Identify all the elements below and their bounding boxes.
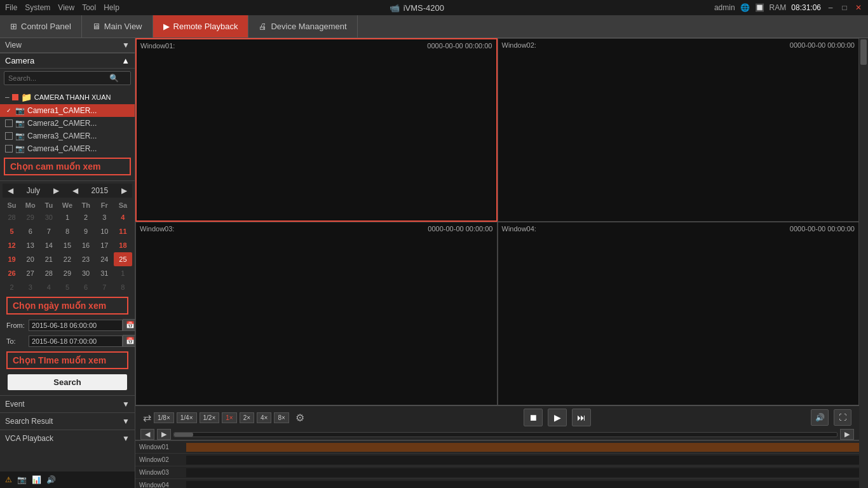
cal-day[interactable]: 24 [95,252,114,266]
cal-day[interactable]: 8 [114,280,132,294]
speed-1-8x[interactable]: 1/8× [154,412,174,423]
camera-item-1[interactable]: ✓ 📷 Camera1_CAMER... [0,104,135,117]
minimize-button[interactable]: – [826,3,835,12]
tab-remote-playback[interactable]: ▶ Remote Playback [153,15,249,37]
speed-1-4x[interactable]: 1/4× [177,412,197,423]
cal-day[interactable]: 30 [77,266,95,280]
cal-day[interactable]: 14 [39,238,58,252]
menu-tool[interactable]: Tool [82,3,96,12]
volume-button[interactable]: 🔊 [811,409,829,426]
right-scrollbar[interactable] [859,38,868,488]
prev-year-button[interactable]: ◀ [72,186,78,195]
from-input[interactable] [29,320,123,331]
camera1-checkbox[interactable]: ✓ [5,107,13,114]
cal-day[interactable]: 26 [3,266,21,280]
play-button[interactable]: ▶ [548,409,567,426]
cal-day[interactable]: 12 [3,238,21,252]
maximize-button[interactable]: □ [840,3,849,12]
collapse-icon[interactable]: – [5,93,10,102]
cal-day[interactable]: 20 [21,252,39,266]
cal-day-selected[interactable]: 25 [114,252,132,266]
cal-day[interactable]: 1 [114,266,132,280]
speed-1x[interactable]: 1× [222,412,236,423]
cal-day[interactable]: 21 [39,252,58,266]
cal-day[interactable]: 29 [21,210,39,224]
cal-day[interactable]: 2 [3,280,21,294]
cal-day[interactable]: 18 [114,238,132,252]
video-window-02[interactable]: Window02: 0000-00-00 00:00:00 [498,38,860,222]
cal-day[interactable]: 23 [77,252,95,266]
cal-day[interactable]: 10 [95,224,114,238]
cal-day[interactable]: 8 [58,224,76,238]
settings-icon[interactable]: ⚙ [295,412,304,424]
search-icon[interactable]: 🔍 [106,72,122,85]
vca-row[interactable]: VCA Playback ▼ [0,430,135,447]
cal-day[interactable]: 1 [58,210,76,224]
video-window-03[interactable]: Window03: 0000-00-00 00:00:00 [135,222,498,405]
prev-month-button[interactable]: ◀ [8,186,13,195]
fast-forward-button[interactable]: ⏭ [572,409,591,426]
camera-item-4[interactable]: 📷 Camera4_CAMER... [0,142,135,155]
speed-2x[interactable]: 2× [240,412,254,423]
timeline-next-button[interactable]: ▶ [157,429,171,440]
timeline-scrollbar-track[interactable] [173,432,837,437]
video-window-04[interactable]: Window04: 0000-00-00 00:00:00 [498,222,860,405]
cal-day[interactable]: 6 [77,280,95,294]
cal-day[interactable]: 7 [39,224,58,238]
cal-day[interactable]: 11 [114,224,132,238]
menu-file[interactable]: File [5,3,17,12]
next-month-button[interactable]: ▶ [53,186,59,195]
cal-day[interactable]: 19 [3,252,21,266]
cal-day[interactable]: 2 [77,210,95,224]
camera-item-2[interactable]: 📷 Camera2_CAMER... [0,117,135,130]
timeline-prev-button[interactable]: ◀ [140,429,154,440]
cal-day[interactable]: 5 [58,280,76,294]
next-year-button[interactable]: ▶ [121,186,127,195]
cal-day[interactable]: 6 [21,224,39,238]
tab-main-view[interactable]: 🖥 Main View [82,15,153,37]
menu-help[interactable]: Help [104,3,119,12]
cal-day[interactable]: 22 [58,252,76,266]
cal-day[interactable]: 4 [114,210,132,224]
timeline-scrollbar-thumb[interactable] [174,433,193,437]
camera3-checkbox[interactable] [5,132,13,140]
menu-view[interactable]: View [58,3,74,12]
camera4-checkbox[interactable] [5,145,13,152]
cal-day[interactable]: 17 [95,238,114,252]
to-input[interactable] [29,336,123,347]
cal-day[interactable]: 13 [21,238,39,252]
camera-collapse-icon[interactable]: ▲ [121,56,130,65]
event-row[interactable]: Event ▼ [0,396,135,412]
cal-day[interactable]: 31 [95,266,114,280]
speed-1-2x[interactable]: 1/2× [200,412,220,423]
search-button[interactable]: Search [8,374,127,390]
cal-day[interactable]: 4 [39,280,58,294]
menu-bar[interactable]: File System View Tool Help [5,3,119,12]
fullscreen-button[interactable]: ⛶ [834,409,851,426]
cal-day[interactable]: 15 [58,238,76,252]
camera-item-3[interactable]: 📷 Camera3_CAMER... [0,130,135,142]
speed-8x[interactable]: 8× [274,412,288,423]
scrollbar-thumb[interactable] [860,39,867,65]
speed-4x[interactable]: 4× [257,412,271,423]
search-input[interactable] [4,72,106,84]
cal-day[interactable]: 3 [21,280,39,294]
cal-day[interactable]: 7 [95,280,114,294]
search-result-row[interactable]: Search Result ▼ [0,413,135,430]
cal-day[interactable]: 5 [3,224,21,238]
camera2-checkbox[interactable] [5,119,13,127]
cal-day[interactable]: 27 [21,266,39,280]
tab-device-management[interactable]: 🖨 Device Management [248,15,357,37]
cal-day[interactable]: 3 [95,210,114,224]
tab-control-panel[interactable]: ⊞ Control Panel [0,15,82,37]
cal-day[interactable]: 16 [77,238,95,252]
close-button[interactable]: ✕ [854,3,863,12]
timeline-end-button[interactable]: ▶ [840,429,854,440]
cal-day[interactable]: 29 [58,266,76,280]
stop-button[interactable]: ⏹ [524,409,543,426]
cal-day[interactable]: 28 [39,266,58,280]
cal-day[interactable]: 30 [39,210,58,224]
cal-day[interactable]: 9 [77,224,95,238]
video-window-01[interactable]: Window01: 0000-00-00 00:00:00 [135,38,498,222]
cal-day[interactable]: 28 [3,210,21,224]
